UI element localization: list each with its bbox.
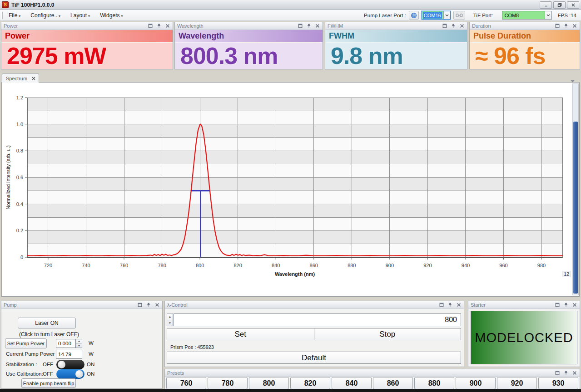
maximize-icon[interactable]	[555, 303, 560, 307]
close-icon[interactable]	[32, 77, 39, 80]
svg-text:800: 800	[196, 263, 204, 268]
menu-configure[interactable]: Configure..▾	[26, 11, 65, 20]
lambda-caption-bar: λ-Control	[165, 301, 464, 309]
chevron-down-icon: ▾	[19, 14, 20, 18]
preset-button[interactable]: 800	[249, 377, 289, 389]
stop-button[interactable]: Stop	[314, 328, 461, 340]
pin-icon[interactable]	[564, 303, 568, 307]
preset-button[interactable]: 920	[497, 377, 537, 389]
status-text: MODELOCKED	[475, 330, 573, 345]
laser-on-button[interactable]: Laser ON	[18, 318, 76, 328]
modelock-status: MODELOCKED	[471, 311, 577, 364]
svg-text:780: 780	[158, 263, 166, 268]
panel-caption: Power	[4, 23, 148, 29]
tif-port-select[interactable]: COM8	[502, 11, 552, 20]
preset-button[interactable]: 880	[414, 377, 454, 389]
tab-spectrum[interactable]: Spectrum	[2, 74, 39, 83]
pump-power-input[interactable]: 0.000	[56, 339, 76, 348]
pin-icon[interactable]	[157, 24, 161, 28]
spin-up-icon[interactable]: ▲	[167, 314, 173, 320]
close-icon[interactable]	[155, 303, 159, 307]
refresh-ports-button[interactable]	[409, 11, 419, 20]
spin-down-icon[interactable]: ▼	[76, 343, 82, 348]
chevron-down-icon	[545, 11, 551, 19]
pump-beam-flip-button[interactable]: Enable pump beam flip	[21, 378, 76, 388]
chevron-down-icon: ▾	[59, 14, 60, 18]
pump-power-stepper[interactable]: ▲▼	[76, 339, 82, 348]
scrollbar-thumb[interactable]	[573, 122, 578, 294]
minimize-button[interactable]	[540, 1, 552, 9]
wavelength-stepper[interactable]: ▲▼	[167, 314, 173, 326]
set-pump-power-button[interactable]: Set Pump Power	[5, 338, 47, 348]
panel-caption: Wavelength	[177, 23, 298, 29]
pump-port-select[interactable]: COM16	[422, 11, 451, 20]
spin-up-icon[interactable]: ▲	[76, 339, 82, 343]
pump-caption-bar: Pump	[1, 301, 162, 309]
spin-down-icon[interactable]: ▼	[167, 320, 173, 326]
preset-button[interactable]: 820	[290, 377, 330, 389]
svg-text:840: 840	[272, 263, 280, 268]
preset-button[interactable]: 760	[166, 377, 206, 389]
pin-icon[interactable]	[451, 24, 456, 28]
panel-caption: FWHM	[328, 23, 442, 29]
panel-caption: Starter	[471, 302, 555, 308]
wavelength-panel: Wavelength Wavelength800.3 nm	[174, 22, 323, 69]
preset-button-row: 760780800820840860880900920930	[166, 377, 578, 389]
power-panel: Power Power2975 mW	[1, 22, 173, 69]
connect-port-button[interactable]	[453, 11, 465, 20]
maximize-icon[interactable]	[439, 303, 444, 307]
svg-text:920: 920	[423, 263, 432, 268]
pin-icon[interactable]	[564, 24, 568, 28]
default-button[interactable]: Default	[167, 352, 461, 363]
duration-caption-bar: Duration	[470, 22, 580, 30]
chart-vertical-scrollbar[interactable]	[572, 83, 579, 295]
preset-button[interactable]: 860	[373, 377, 413, 389]
calibration-toggle[interactable]	[56, 369, 84, 379]
maximize-icon[interactable]	[148, 24, 153, 28]
pump-port-value: COM16	[423, 12, 442, 19]
close-icon[interactable]	[165, 24, 170, 28]
svg-text:0.2: 0.2	[16, 228, 23, 233]
close-icon[interactable]	[572, 371, 577, 375]
wavelength-header: Wavelength	[175, 30, 323, 42]
svg-text:940: 940	[462, 263, 470, 268]
close-button[interactable]	[567, 1, 579, 9]
window-bottom-edge	[0, 389, 581, 392]
menu-layout[interactable]: Layout▾	[66, 11, 94, 20]
pin-icon[interactable]	[307, 24, 311, 28]
preset-button[interactable]: 900	[456, 377, 496, 389]
maximize-icon[interactable]	[298, 24, 303, 28]
maximize-icon[interactable]	[442, 24, 447, 28]
fwhm-panel: FWHM FWHM9.8 nm	[325, 22, 467, 69]
menu-bar: File▾ Configure..▾ Layout▾ Widgets▾ Pump…	[0, 10, 581, 21]
close-icon[interactable]	[572, 24, 577, 28]
preset-button[interactable]: 780	[208, 377, 248, 389]
menu-file[interactable]: File▾	[5, 11, 25, 20]
pin-icon[interactable]	[448, 303, 452, 307]
menu-widgets[interactable]: Widgets▾	[96, 11, 127, 20]
preset-button[interactable]: 840	[332, 377, 372, 389]
tif-port-label: TiF Port:	[473, 13, 493, 18]
stabilization-toggle[interactable]	[56, 360, 84, 369]
restore-button[interactable]	[553, 1, 566, 9]
maximize-icon[interactable]	[138, 303, 142, 307]
close-icon[interactable]	[315, 24, 320, 28]
tab-list-button[interactable]	[571, 76, 575, 84]
connect-icon	[456, 13, 463, 18]
pin-icon[interactable]	[146, 303, 151, 307]
close-icon[interactable]	[572, 303, 577, 307]
close-icon[interactable]	[460, 24, 464, 28]
svg-text:740: 740	[82, 263, 90, 268]
pin-icon[interactable]	[564, 371, 568, 375]
wavelength-input[interactable]: 800	[174, 314, 461, 326]
stabilization-label: Stabilization :	[6, 362, 37, 367]
current-pump-power-field: 14.79	[56, 350, 82, 359]
preset-button[interactable]: 930	[538, 377, 578, 389]
svg-text:820: 820	[234, 263, 242, 268]
set-button[interactable]: Set	[167, 328, 314, 340]
application-window: S TiF 100HP1.0.0.0 File▾ Configure..▾ La…	[0, 0, 581, 392]
maximize-icon[interactable]	[555, 371, 560, 375]
maximize-icon[interactable]	[555, 24, 560, 28]
close-icon[interactable]	[457, 303, 461, 307]
tif-port-value: COM8	[504, 13, 519, 18]
